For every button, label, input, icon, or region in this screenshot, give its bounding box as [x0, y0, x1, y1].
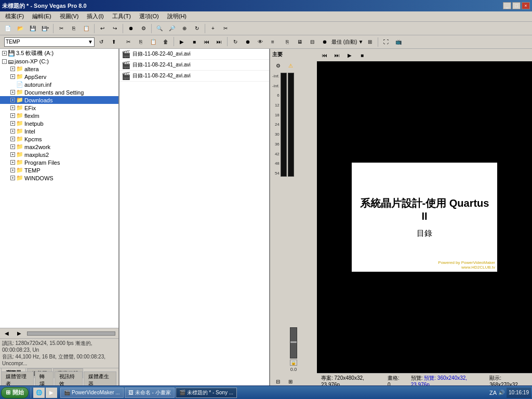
open-btn[interactable]: 📂	[15, 23, 26, 34]
expand-icon-maxplus2[interactable]: +	[10, 152, 15, 157]
menu-options[interactable]: 選項(O)	[135, 11, 163, 21]
mute-btn[interactable]: 🔒	[290, 360, 297, 366]
loop-media-btn[interactable]: ↻	[230, 37, 241, 47]
paste-btn[interactable]: 📋	[81, 23, 92, 34]
vu-warning-btn[interactable]: ⚠	[285, 60, 296, 71]
menu-help[interactable]: 說明(H)	[163, 11, 191, 21]
tree-item-intel[interactable]: + 📁 Intel	[0, 127, 118, 135]
record-media-btn[interactable]: ⏺	[242, 37, 254, 47]
properties-btn[interactable]: ⚙	[138, 23, 149, 34]
list-item[interactable]: 🎬 目錄-11-08-22-40_avi.avi	[119, 49, 269, 60]
fullscreen-btn[interactable]: ⛶	[380, 37, 392, 47]
expand-icon-windows[interactable]: +	[10, 176, 15, 180]
close-button[interactable]: ×	[522, 2, 530, 9]
next-btn[interactable]: ⏭	[214, 37, 225, 47]
next-frame-btn[interactable]: ⊞	[285, 376, 296, 387]
next-marker-btn[interactable]: ⏭	[331, 50, 343, 60]
menu-file[interactable]: 檔案(F)	[1, 11, 28, 21]
prev-frame-btn[interactable]: ⊟	[272, 376, 284, 387]
zoom-in-btn[interactable]: 🔍	[154, 23, 165, 34]
expand-icon-downloads[interactable]: +	[10, 98, 15, 102]
grid-btn[interactable]: ⊞	[364, 37, 376, 47]
volume-slider[interactable]	[290, 327, 297, 358]
tree-item-temp[interactable]: + 📁 TEMP	[0, 166, 118, 174]
start-button[interactable]: ⊞ 開始	[1, 387, 29, 398]
ie-icon[interactable]: 🌐	[33, 388, 45, 398]
tree-item-drive-c[interactable]: - 🖴 jason-XP (C:)	[0, 58, 118, 65]
tree-item-program-files[interactable]: + 📁 Program Files	[0, 158, 118, 166]
expand-icon-inetpub[interactable]: +	[10, 121, 15, 126]
vu-settings-btn[interactable]: ⚙	[272, 60, 284, 71]
expand-icon-c[interactable]: -	[2, 59, 7, 64]
minimize-button[interactable]: _	[503, 2, 511, 9]
expand-icon-altera[interactable]: +	[10, 66, 15, 71]
tree-item-max2work[interactable]: + 📁 max2work	[0, 143, 118, 151]
preview-rec-btn[interactable]: ⏺	[319, 37, 330, 47]
preview-copy-btn[interactable]: ⎘	[282, 37, 293, 47]
menu-tools[interactable]: 工具(T)	[108, 11, 135, 21]
save-as-btn[interactable]: 💾*	[39, 23, 51, 34]
scroll-left-btn[interactable]: ◀ ▶	[1, 328, 25, 339]
view-btn[interactable]: 👁	[255, 37, 266, 47]
new-btn[interactable]: 📄	[2, 23, 14, 34]
prev-marker-btn[interactable]: ⏮	[319, 50, 330, 60]
expand-icon-kpcms[interactable]: +	[10, 137, 15, 141]
tree-item-drive-a[interactable]: + 💾 3.5 軟碟機 (A:)	[0, 49, 118, 58]
path-combo[interactable]: TEMP ▼	[4, 37, 95, 47]
tree-item-appserv[interactable]: + 📁 AppServ	[0, 73, 118, 81]
preview-split-btn[interactable]: ⊟	[307, 37, 318, 47]
expand-icon-efix[interactable]: +	[10, 105, 15, 110]
expand-icon[interactable]: +	[2, 51, 7, 56]
tree-item-flexlm[interactable]: + 📁 flexlm	[0, 112, 118, 119]
loop-btn[interactable]: ↻	[191, 23, 203, 34]
snap-btn[interactable]: ⊕	[179, 23, 190, 34]
preview-screen-btn[interactable]: 🖥	[294, 37, 305, 47]
cut-file-btn[interactable]: ✂	[123, 37, 134, 47]
expand-icon-appserv[interactable]: +	[10, 74, 15, 79]
folder-up-btn[interactable]: ⬆	[108, 37, 119, 47]
cut-btn[interactable]: ✂	[56, 23, 67, 34]
tree-item-efix[interactable]: + 📁 EFix	[0, 104, 118, 112]
refresh-btn[interactable]: ↺	[96, 37, 107, 47]
menu-view[interactable]: 視圖(V)	[56, 11, 83, 21]
prev-btn[interactable]: ⏮	[201, 37, 212, 47]
stop-btn[interactable]: ■	[189, 37, 200, 47]
ext-monitor-btn[interactable]: 📺	[393, 37, 404, 47]
expand-icon-temp[interactable]: +	[10, 168, 15, 172]
trim-btn[interactable]: ✂	[220, 23, 231, 34]
delete-file-btn[interactable]: 🗑	[160, 37, 171, 47]
tree-item-downloads[interactable]: + 📁 Downloads	[0, 96, 118, 104]
taskbar-item-pvmaker[interactable]: 🎬 PowerVideoMaker ...	[60, 388, 124, 398]
expand-icon-max2work[interactable]: +	[10, 144, 15, 149]
expand-icon-docs[interactable]: +	[10, 90, 15, 95]
taskbar-item-paint[interactable]: 🖼 未命名 - 小畫家	[125, 388, 175, 398]
tree-item-inetpub[interactable]: + 📁 Inetpub	[0, 119, 118, 127]
taskbar-item-vegas[interactable]: 🎬 未標題的 * - Sony ...	[176, 388, 237, 398]
play-preview-btn[interactable]: ▶	[344, 50, 355, 60]
save-btn[interactable]: 💾	[27, 23, 38, 34]
tree-item-docs[interactable]: + 📁 Documents and Setting	[0, 88, 118, 96]
details-btn[interactable]: ≡	[267, 37, 278, 47]
add-media-btn[interactable]: +	[207, 23, 219, 34]
expand-icon-intel[interactable]: +	[10, 129, 15, 134]
quality-combo[interactable]: 最佳 (自動)▼	[331, 38, 363, 46]
copy-btn[interactable]: ⎘	[68, 23, 79, 34]
window-controls[interactable]: _ □ ×	[503, 2, 530, 9]
tree-item-maxplus2[interactable]: + 📁 maxplus2	[0, 151, 118, 158]
menu-insert[interactable]: 插入(I)	[83, 11, 108, 21]
maximize-button[interactable]: □	[512, 2, 521, 9]
zoom-out-btn[interactable]: 🔎	[166, 23, 178, 34]
play-btn[interactable]: ▶	[176, 37, 188, 47]
tree-item-autorun[interactable]: 📄 autorun.inf	[0, 81, 118, 88]
stop-preview-btn[interactable]: ■	[356, 50, 368, 60]
copy-file-btn[interactable]: ⎘	[135, 37, 147, 47]
list-item[interactable]: 🎬 目錄-11-08-22-41_avi.avi	[119, 60, 269, 71]
expand-icon-program-files[interactable]: +	[10, 160, 15, 165]
tree-item-windows[interactable]: + 📁 WINDOWS	[0, 174, 118, 182]
undo-btn[interactable]: ↩	[97, 23, 108, 34]
horizontal-scrollbar[interactable]	[27, 331, 115, 336]
expand-icon-flexlm[interactable]: +	[10, 113, 15, 118]
paste-file-btn[interactable]: 📋	[148, 37, 159, 47]
media-icon[interactable]: ▶	[46, 388, 57, 398]
redo-btn[interactable]: ↪	[109, 23, 121, 34]
